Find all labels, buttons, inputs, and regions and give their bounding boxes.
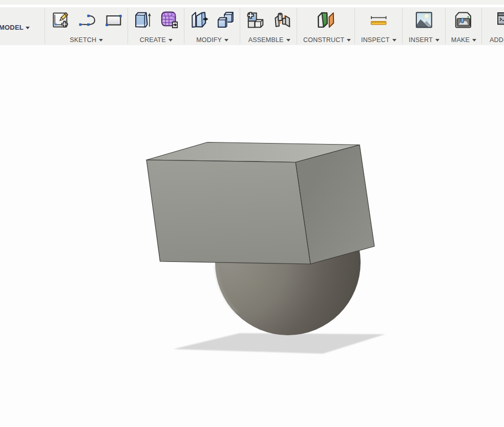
toolbar-icon-row bbox=[446, 9, 482, 31]
spline-icon[interactable] bbox=[75, 9, 98, 31]
toolbar-menu-insert[interactable]: INSERT bbox=[403, 36, 446, 44]
toolbar-icon-row bbox=[482, 9, 504, 31]
toolbar-group-create: CREATE bbox=[128, 7, 185, 45]
3d-print-icon[interactable] bbox=[452, 9, 475, 31]
toolbar-menu-make[interactable]: MAKE bbox=[446, 36, 482, 44]
scripts-add-ins-icon[interactable] bbox=[497, 9, 504, 31]
extrude-icon[interactable] bbox=[131, 9, 154, 31]
new-component-icon[interactable] bbox=[244, 9, 266, 31]
fusion360-window: MODEL bbox=[0, 0, 504, 427]
viewport-scene bbox=[0, 45, 504, 427]
chevron-down-icon bbox=[347, 39, 351, 42]
toolbar-group-sketch: SKETCH bbox=[45, 7, 128, 45]
toolbar: MODEL bbox=[0, 7, 504, 45]
toolbar-menu-assemble[interactable]: ASSEMBLE bbox=[240, 36, 297, 44]
toolbar-menu-sketch[interactable]: SKETCH bbox=[45, 36, 128, 44]
top-strip bbox=[0, 0, 504, 5]
toolbar-group-make: MAKE bbox=[446, 7, 482, 45]
toolbar-icon-row bbox=[45, 9, 128, 31]
create-sketch-icon[interactable] bbox=[49, 9, 71, 31]
viewport-canvas[interactable] bbox=[0, 45, 504, 427]
toolbar-menu-modify[interactable]: MODIFY bbox=[184, 36, 240, 44]
toolbar-group-construct: CONSTRUCT bbox=[297, 7, 355, 45]
toolbar-icon-row bbox=[403, 9, 446, 31]
offset-plane-icon[interactable] bbox=[313, 9, 338, 31]
chevron-down-icon bbox=[472, 39, 476, 42]
joint-icon[interactable] bbox=[271, 9, 293, 31]
chevron-down-icon bbox=[435, 39, 439, 42]
toolbar-icon-row bbox=[297, 9, 355, 31]
workspace-switcher[interactable]: MODEL bbox=[0, 7, 45, 45]
toolbar-icon-row bbox=[184, 9, 240, 31]
ground-shadow bbox=[173, 333, 385, 354]
toolbar-group-modify: MODIFY bbox=[184, 7, 240, 45]
chevron-down-icon bbox=[224, 39, 228, 42]
press-pull-icon[interactable] bbox=[188, 9, 211, 31]
toolbar-group-inspect: INSPECT bbox=[355, 7, 403, 45]
toolbar-group-assemble: ASSEMBLE bbox=[240, 7, 297, 45]
measure-icon[interactable] bbox=[367, 9, 390, 31]
workspace-label: MODEL bbox=[0, 24, 30, 31]
chevron-down-icon bbox=[169, 39, 173, 42]
toolbar-icon-row bbox=[240, 9, 297, 31]
box-face-front[interactable] bbox=[146, 160, 310, 264]
toolbar-menu-inspect[interactable]: INSPECT bbox=[355, 36, 403, 44]
workspace-label-text: MODEL bbox=[0, 24, 24, 31]
box-body[interactable] bbox=[146, 143, 374, 265]
toolbar-menu-construct[interactable]: CONSTRUCT bbox=[297, 36, 355, 44]
attached-canvas-icon[interactable] bbox=[413, 9, 435, 31]
toolbar-group-add-ins: ADD-INS bbox=[482, 7, 504, 45]
combine-icon[interactable] bbox=[215, 9, 237, 31]
toolbar-icon-row bbox=[128, 9, 185, 31]
chevron-down-icon bbox=[26, 27, 30, 29]
toolbar-menu-create[interactable]: CREATE bbox=[128, 36, 185, 44]
chevron-down-icon bbox=[286, 39, 290, 42]
chevron-down-icon bbox=[99, 39, 103, 42]
toolbar-menu-add-ins[interactable]: ADD-INS bbox=[482, 36, 504, 44]
chevron-down-icon bbox=[392, 39, 396, 42]
create-form-icon[interactable] bbox=[158, 9, 181, 31]
two-point-rectangle-icon[interactable] bbox=[102, 9, 124, 31]
toolbar-icon-row bbox=[355, 9, 403, 31]
toolbar-group-insert: INSERT bbox=[403, 7, 446, 45]
